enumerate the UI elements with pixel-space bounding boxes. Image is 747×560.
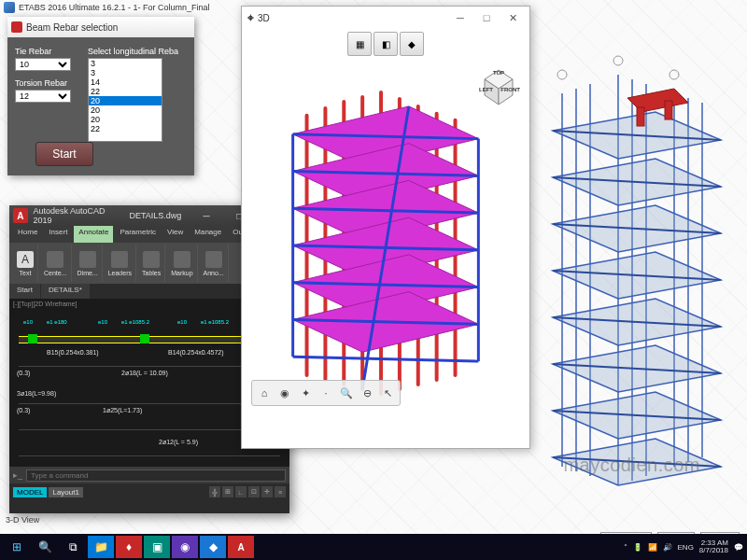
status-icon[interactable]: ∟	[235, 486, 247, 497]
navigation-cube[interactable]: TOP LEFT FRONT	[475, 63, 522, 109]
task-view-icon[interactable]: ⧉	[60, 536, 86, 558]
search-icon[interactable]: 🔍	[32, 536, 58, 558]
tray-network-icon[interactable]: 📶	[648, 543, 657, 552]
app-icon[interactable]: ◉	[172, 536, 198, 558]
ribbon-group-tables[interactable]: Tables	[138, 245, 165, 282]
tool-button[interactable]: ◧	[374, 32, 398, 56]
tool-button[interactable]: ◆	[400, 32, 424, 56]
cube-left-text[interactable]: LEFT	[479, 87, 493, 92]
status-icon[interactable]: ≡	[275, 486, 286, 497]
zoom-icon[interactable]: 🔍	[337, 384, 356, 402]
clock-date: 8/7/2018	[699, 547, 728, 554]
tie-rebar-label: Tie Rebar	[15, 47, 80, 56]
torsion-rebar-select[interactable]: 12	[15, 90, 71, 103]
rebar-dialog-title: Beam Rebar selection	[26, 22, 118, 33]
start-button[interactable]: Start	[35, 142, 93, 166]
csi-3d-canvas[interactable]: TOP LEFT FRONT ⌂ ◉ ✦ · 🔍 ⊖ ↖	[242, 59, 529, 413]
status-icon[interactable]: ✛	[261, 486, 273, 497]
list-item[interactable]: 20	[89, 105, 162, 115]
ribbon-group-markup[interactable]: Markup	[167, 245, 197, 282]
list-item[interactable]: 3	[89, 59, 162, 68]
list-item[interactable]: 22	[89, 87, 162, 96]
command-input[interactable]	[26, 469, 286, 482]
app-icon[interactable]: ▣	[144, 536, 170, 558]
list-item[interactable]: 3	[89, 68, 162, 77]
dim-text: e10	[177, 319, 187, 325]
dim-text: e10	[23, 319, 33, 325]
model-tab[interactable]: MODEL	[13, 487, 47, 497]
close-button[interactable]: ✕	[501, 12, 524, 24]
status-icon[interactable]: ╬	[209, 486, 220, 497]
notifications-icon[interactable]: 💬	[734, 543, 743, 552]
language-indicator[interactable]: ENG	[678, 543, 694, 552]
etabs-taskbar-icon[interactable]: ◆	[200, 536, 226, 558]
svg-point-28	[557, 70, 567, 79]
ribbon-group-center[interactable]: Cente...	[40, 245, 72, 282]
rebar-app-icon	[11, 21, 22, 33]
dim-text: e1 e1085.2	[121, 319, 149, 325]
ribbon-tab-home[interactable]: Home	[13, 226, 42, 243]
sched-val: 2ø18(L = 10.09)	[121, 370, 168, 376]
pan-icon[interactable]: ✦	[296, 384, 315, 402]
dim-text: e1 e1085.2	[201, 319, 229, 325]
taskbar-clock[interactable]: 2:33 AM 8/7/2018	[699, 539, 728, 554]
minimize-button[interactable]: ─	[449, 12, 472, 23]
tie-rebar-select[interactable]: 10	[15, 58, 71, 71]
tray-chevron-icon[interactable]: ˄	[624, 543, 627, 552]
tool-button[interactable]: ▦	[347, 32, 372, 56]
etabs-title-text: ETABS 2016 Ultimate 16.2.1 - 1- For Colu…	[19, 3, 209, 12]
csi-3d-nav-toolbar: ⌂ ◉ ✦ · 🔍 ⊖ ↖	[251, 380, 401, 406]
maximize-button[interactable]: □	[475, 12, 498, 23]
ribbon-group-anno[interactable]: Anno...	[200, 245, 229, 282]
ribbon-tab-annotate[interactable]: Annotate	[74, 226, 113, 243]
minimize-button[interactable]: ─	[192, 206, 219, 225]
tray-volume-icon[interactable]: 🔊	[663, 543, 672, 552]
ribbon-tab-manage[interactable]: Manage	[190, 226, 226, 243]
home-icon[interactable]: ⌂	[255, 384, 274, 402]
list-item[interactable]: 20	[89, 96, 162, 105]
dim-text: e10	[98, 319, 107, 325]
viewport-label[interactable]: [-][Top][2D Wireframe]	[13, 301, 77, 307]
list-item[interactable]: 22	[89, 124, 162, 133]
zoom-out-icon[interactable]: ⊖	[358, 384, 376, 402]
csi-logo-icon: ⌖	[247, 11, 254, 24]
cube-top-text[interactable]: TOP	[475, 70, 522, 76]
sched-key: (0.3)	[17, 407, 30, 413]
sched-key: 3ø18(L=9.98)	[17, 390, 56, 397]
status-view-label: 3-D View	[6, 515, 39, 525]
beam-label: B14(0.254x0.4572)	[168, 349, 224, 356]
ribbon-group-leaders[interactable]: Leaders	[105, 245, 136, 282]
system-tray: ˄ 🔋 📶 🔊 ENG 2:33 AM 8/7/2018 💬	[624, 539, 743, 554]
file-explorer-icon[interactable]: 📁	[88, 536, 114, 558]
app-icon[interactable]: ♦	[116, 536, 142, 558]
status-icon[interactable]: ⊡	[248, 486, 260, 497]
csi-3d-toolbar: ▦ ◧ ◆	[242, 29, 529, 59]
csi-3d-titlebar[interactable]: ⌖ 3D ─ □ ✕	[242, 7, 529, 29]
start-button-icon[interactable]: ⊞	[4, 536, 30, 558]
orbit-icon[interactable]: ◉	[275, 384, 294, 402]
beam-label: B15(0.254x0.381)	[47, 349, 99, 356]
rebar-dialog-titlebar[interactable]: Beam Rebar selection	[7, 17, 194, 37]
select-icon[interactable]: ↖	[378, 384, 397, 402]
etabs-3d-structure[interactable]	[534, 37, 740, 504]
ribbon-group-text[interactable]: AText	[13, 245, 38, 282]
autocad-logo-icon: A	[13, 208, 28, 223]
doc-tab-details[interactable]: DETAILS*	[41, 284, 90, 299]
doc-tab-start[interactable]: Start	[9, 284, 40, 299]
ribbon-tab-view[interactable]: View	[162, 226, 188, 243]
longitudinal-rebar-list[interactable]: 3 3 14 22 20 20 20 22	[88, 58, 162, 142]
autocad-taskbar-icon[interactable]: A	[228, 536, 254, 558]
list-item[interactable]: 20	[89, 115, 162, 124]
tray-icon[interactable]: 🔋	[633, 543, 642, 552]
watermark-text: maycodien.com	[563, 455, 700, 476]
windows-taskbar: ⊞ 🔍 ⧉ 📁 ♦ ▣ ◉ ◆ A ˄ 🔋 📶 🔊 ENG 2:33 AM 8/…	[0, 534, 747, 560]
layout-tab[interactable]: Layout1	[49, 487, 82, 497]
ribbon-tab-insert[interactable]: Insert	[44, 226, 72, 243]
sched-val: 2ø12(L = 5.9)	[159, 439, 198, 445]
ribbon-tab-parametric[interactable]: Parametric	[115, 226, 161, 243]
ribbon-group-dimension[interactable]: Dime...	[74, 245, 103, 282]
cube-front-text[interactable]: FRONT	[500, 87, 520, 92]
list-item[interactable]: 14	[89, 77, 162, 87]
status-icon[interactable]: ⊞	[222, 486, 233, 497]
autocad-command-line: ▸_	[9, 467, 289, 483]
